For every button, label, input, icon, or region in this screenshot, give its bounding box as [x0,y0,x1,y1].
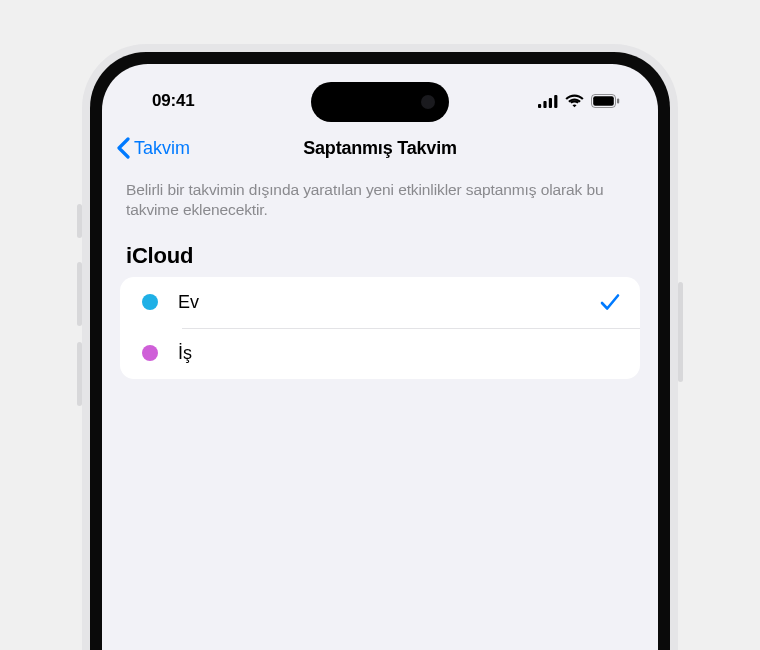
calendar-row-home[interactable]: Ev [120,277,640,328]
battery-icon [591,94,620,108]
volume-down-button [77,342,82,406]
chevron-left-icon [116,137,130,159]
status-time: 09:41 [138,91,194,111]
section-description: Belirli bir takvimin dışında yaratılan y… [102,172,658,237]
status-bar: 09:41 [102,64,658,124]
calendar-color-dot [142,294,158,310]
svg-rect-1 [543,101,546,108]
page-title: Saptanmış Takvim [303,138,457,159]
svg-rect-6 [617,99,619,104]
screen: 09:41 [102,64,658,650]
svg-rect-2 [549,98,552,108]
svg-rect-0 [538,104,541,108]
calendar-row-work[interactable]: İş [120,328,640,379]
back-label: Takvim [134,138,190,159]
checkmark-icon [600,292,620,312]
svg-rect-3 [554,95,557,108]
status-icons [538,94,622,108]
cellular-signal-icon [538,95,558,108]
svg-rect-5 [593,96,614,106]
calendar-color-dot [142,345,158,361]
side-button [77,204,82,238]
navigation-bar: Takvim Saptanmış Takvim [102,124,658,172]
phone-bezel: 09:41 [90,52,670,650]
calendar-row-label: İş [178,343,620,364]
phone-frame: 09:41 [82,44,678,650]
power-button [678,282,683,382]
section-header: iCloud [102,237,658,277]
back-button[interactable]: Takvim [116,137,190,159]
calendar-row-label: Ev [178,292,580,313]
calendar-list: Ev İş [120,277,640,379]
volume-up-button [77,262,82,326]
wifi-icon [565,94,584,108]
